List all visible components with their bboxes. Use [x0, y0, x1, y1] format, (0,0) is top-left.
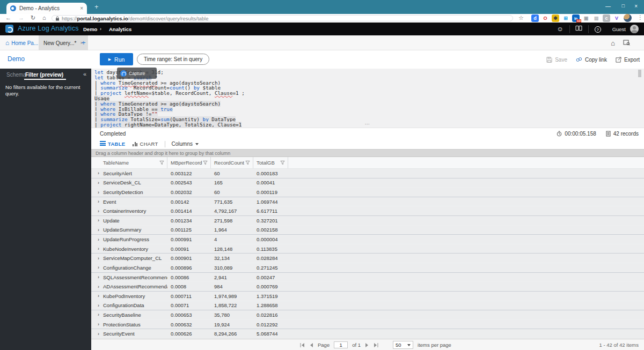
filter-funnel-icon[interactable] — [280, 160, 285, 165]
tab-close-icon[interactable]: × — [80, 5, 83, 11]
table-row[interactable]: ›SecurityAlert0.003122600.000183 — [91, 169, 644, 178]
table-row[interactable]: ›SQLAssessmentRecommendation0.000862,941… — [91, 273, 644, 282]
row-expander-icon[interactable]: › — [91, 256, 103, 261]
row-expander-icon[interactable]: › — [91, 199, 103, 204]
row-expander-icon[interactable]: › — [91, 180, 103, 185]
window-maximize-button[interactable]: □ — [622, 3, 625, 9]
browser-tab[interactable]: Demo - Analytics × — [6, 3, 87, 14]
extension-opera-icon[interactable]: O — [541, 14, 549, 22]
view-tab-chart[interactable]: CHART — [133, 141, 158, 147]
table-row[interactable]: ›ProtectionStatus0.00063219,9240.012292 — [91, 320, 644, 330]
help-icon[interactable]: ? — [589, 25, 607, 33]
tab-home-page[interactable]: ⌂ Home Pa... — [5, 35, 38, 50]
extension-bee-icon[interactable]: ✱ — [552, 14, 559, 22]
bookmark-star-icon[interactable]: ☆ — [518, 14, 524, 21]
back-icon[interactable]: ← — [5, 14, 11, 21]
table-row[interactable]: ›KubeNodeInventory0.00091128,1480.113835 — [91, 244, 644, 254]
table-row[interactable]: ›KubePodInventory0.0007111,974,9891.3715… — [91, 292, 644, 301]
previous-page-icon[interactable] — [309, 342, 313, 348]
url-bar[interactable]: https://portal.loganalytics.io/demo#/dis… — [52, 15, 513, 21]
table-row[interactable]: ›UpdateRunProgress0.00099140.000004 — [91, 235, 644, 244]
docs-book-icon[interactable] — [570, 25, 588, 33]
run-button[interactable]: ▶ Run — [100, 53, 133, 65]
next-page-icon[interactable] — [365, 342, 369, 348]
export-button[interactable]: Export — [616, 57, 640, 63]
browser-menu-icon[interactable]: ⋮ — [638, 14, 643, 20]
save-button[interactable]: Save — [546, 57, 567, 63]
row-expander-icon[interactable]: › — [91, 284, 103, 289]
view-tab-table[interactable]: TABLE — [100, 141, 125, 147]
columns-menu-button[interactable]: Columns — [172, 141, 199, 147]
table-row[interactable]: ›ServiceDesk_CL0.0025431650.00041 — [91, 178, 644, 188]
table-row[interactable]: ›Event0.00142771,6351.069744 — [91, 197, 644, 207]
editor-resize-gripper[interactable]: ⋯ — [358, 121, 377, 127]
breadcrumb-demo[interactable]: Demo — [83, 26, 97, 32]
row-expander-icon[interactable]: › — [91, 227, 103, 233]
row-expander-icon[interactable]: › — [91, 293, 103, 299]
row-expander-icon[interactable]: › — [91, 190, 103, 195]
extension-linkedin-icon[interactable]: in13 — [572, 14, 580, 22]
breadcrumb-analytics[interactable]: Analytics — [109, 26, 131, 32]
table-row[interactable]: ›ConfigurationChange0.000896310,0890.271… — [91, 263, 644, 273]
filter-funnel-icon[interactable] — [159, 160, 164, 165]
row-expander-icon[interactable]: › — [91, 322, 103, 327]
table-row[interactable]: ›UpdateSummary0.0011251,9640.002158 — [91, 226, 644, 235]
reload-icon[interactable]: ↻ — [31, 14, 35, 21]
open-window-search-icon[interactable] — [623, 38, 630, 48]
table-row[interactable]: ›SecurityDetection0.002032600.000119 — [91, 188, 644, 197]
row-expander-icon[interactable]: › — [91, 274, 103, 280]
table-row[interactable]: ›Update0.001234271,5980.327201 — [91, 216, 644, 226]
portal-home-icon[interactable]: ⌂ — [611, 39, 615, 47]
first-page-icon[interactable] — [299, 342, 305, 348]
browser-home-icon[interactable]: ⌂ — [42, 14, 46, 21]
user-avatar[interactable] — [630, 25, 639, 33]
new-tab-button[interactable]: + — [94, 3, 99, 11]
row-expander-icon[interactable]: › — [91, 218, 103, 223]
row-expander-icon[interactable]: › — [91, 170, 103, 176]
table-row[interactable]: ›ADAssessmentRecommendation0.00089840.00… — [91, 282, 644, 292]
sidebar-collapse-icon[interactable]: « — [83, 71, 86, 77]
window-close-button[interactable]: × — [634, 3, 638, 9]
row-expander-icon[interactable]: › — [91, 237, 103, 242]
time-range-picker[interactable]: Time range: Set in query — [137, 54, 209, 65]
table-row[interactable]: ›SecurityBaseline0.00065335,7800.022816 — [91, 310, 644, 320]
feedback-smiley-icon[interactable]: ☺ — [551, 25, 569, 33]
column-header-tablename[interactable]: TableName — [91, 157, 167, 168]
page-size-select[interactable]: 50 — [393, 341, 413, 349]
window-minimize-button[interactable]: — — [605, 3, 611, 9]
row-expander-icon[interactable]: › — [91, 265, 103, 270]
extension-acrobat-icon[interactable]: ▤ — [592, 14, 600, 22]
table-row[interactable]: ›ServiceMapComputer_CL0.00090132,1340.02… — [91, 254, 644, 263]
row-expander-icon[interactable]: › — [91, 312, 103, 317]
last-page-icon[interactable] — [374, 342, 379, 348]
extension-photos-icon[interactable]: ▣ — [582, 14, 590, 22]
column-header-recordcount[interactable]: RecordCount — [211, 157, 253, 168]
workspace-name[interactable]: Demo — [8, 55, 25, 63]
extension-v-icon[interactable]: V — [613, 14, 620, 22]
copy-link-button[interactable]: Copy link — [576, 57, 607, 63]
row-expander-icon[interactable]: › — [91, 331, 103, 337]
tab-new-query[interactable]: New Query...* × — [39, 35, 88, 50]
capture-overlay[interactable]: Capture — [117, 68, 157, 79]
group-by-dropzone[interactable]: Drag a column header and drop it here to… — [91, 149, 644, 157]
add-query-tab-button[interactable]: + — [82, 39, 86, 47]
table-row[interactable]: ›ConfigurationData0.000711,858,7221.2886… — [91, 301, 644, 311]
row-expander-icon[interactable]: › — [91, 246, 103, 251]
extension-d-icon[interactable]: d — [531, 14, 539, 22]
sidebar-tab-schema[interactable]: Schema — [6, 72, 26, 78]
filter-funnel-icon[interactable] — [203, 160, 208, 165]
extension-windows-icon[interactable]: ⊞ — [562, 14, 569, 22]
column-header-totalgb[interactable]: TotalGB — [253, 157, 288, 168]
query-editor[interactable]: let daystoSearch = 31d;let tables = sear… — [91, 69, 644, 128]
column-header-mbperrecord[interactable]: MBperRecord — [167, 157, 211, 168]
page-number-input[interactable] — [334, 341, 348, 348]
row-expander-icon[interactable]: › — [91, 208, 103, 214]
table-row[interactable]: ›ContainerInventory0.0014144,792,1676.61… — [91, 206, 644, 216]
table-row[interactable]: ›SecurityEvent0.0006268,294,2665.068744 — [91, 329, 644, 339]
browser-profile-avatar[interactable] — [624, 14, 632, 22]
editor-scrollbar[interactable] — [638, 70, 641, 77]
forward-icon[interactable]: → — [18, 14, 24, 21]
extension-c-icon[interactable]: c — [603, 14, 610, 22]
sidebar-tab-filter[interactable]: Filter (preview) — [25, 72, 63, 78]
row-expander-icon[interactable]: › — [91, 303, 103, 308]
